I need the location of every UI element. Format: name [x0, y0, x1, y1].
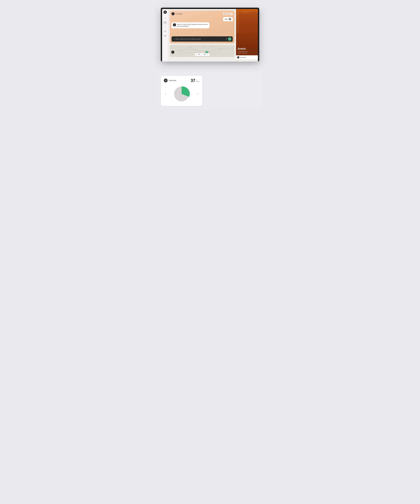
chat-header-actions: ↗: [223, 12, 233, 15]
filter-icon[interactable]: ▽: [196, 54, 197, 55]
food-filter-icon[interactable]: 🍴: [207, 54, 209, 55]
user-avatar: [229, 18, 231, 20]
monitor-frame: ⌂ ✦ ☆: [161, 8, 259, 61]
sidebar-item-users[interactable]: [163, 29, 167, 33]
sidebar-item-media[interactable]: [163, 34, 167, 38]
chat-title: AI Assisant: [175, 13, 182, 15]
travel-hours: 37 hours: [191, 78, 199, 83]
travel-unit: hours: [196, 81, 199, 82]
bot-message-text: Hi there! I'm your AI travel assistant. …: [177, 24, 208, 27]
chart-next-button[interactable]: >: [196, 92, 199, 96]
chart-prev-button[interactable]: <: [164, 92, 167, 96]
travel-card-left: Travel time: [164, 79, 176, 82]
svg-point-3: [165, 31, 166, 31]
monitor-screen: ⌂ ✦ ☆: [162, 9, 258, 61]
users-filter-icon[interactable]: [198, 54, 200, 55]
travel-chart-row: < >: [164, 85, 199, 103]
bottom-section: Travel time 37 hours <: [158, 72, 262, 109]
emoji-filter-icon[interactable]: ☺: [201, 54, 202, 55]
chat-expand-btn[interactable]: ↗: [230, 12, 233, 15]
bot-message: ✦ Hi there! I'm your AI travel assistant…: [171, 22, 210, 28]
travel-number: 37: [191, 78, 195, 83]
car-filter-icon[interactable]: [204, 54, 205, 55]
travel-label: Travel time: [169, 80, 176, 81]
user-message-text: Hello!: [225, 18, 228, 20]
sidebar-item-favorites[interactable]: ☆: [163, 25, 167, 29]
sidebar-item-ai[interactable]: ✦: [163, 21, 167, 24]
chat-timer-btn-1[interactable]: [223, 12, 226, 15]
monitor-section: ⌂ ✦ ☆: [158, 4, 262, 67]
chat-header: ✦ AI Assisant: [171, 12, 233, 15]
svg-point-1: [165, 12, 165, 12]
chat-input-text[interactable]: I want to make a trip to the Antelope Ca…: [175, 38, 225, 40]
upcoming-text: Upcoming d: [240, 57, 246, 58]
travel-card-header: Travel time 37 hours: [164, 78, 199, 83]
chat-input-row: ⊙ I want to make a trip to the Antelope …: [171, 36, 233, 42]
user-message: Hello!: [223, 17, 233, 21]
bot-avatar: ✦: [173, 24, 176, 26]
upcoming-flag-icon: ⚑: [237, 56, 239, 59]
chat-link-icon: ⊙: [173, 38, 174, 40]
svg-point-9: [198, 54, 199, 54]
travel-time-card: Travel time 37 hours <: [161, 76, 202, 106]
map-background: Cedar City St. George Kanab Page Fredoni…: [170, 45, 234, 57]
svg-point-2: [165, 31, 165, 31]
svg-point-8: [230, 19, 230, 19]
chat-panel: ✦ AI Assisant: [170, 11, 234, 43]
main-content: ✦ AI Assisant: [168, 9, 236, 61]
mic-icon[interactable]: 🎤: [225, 38, 227, 40]
map-record-button[interactable]: ●: [171, 51, 174, 54]
upcoming-bar: ⚑ Upcoming d: [236, 55, 258, 59]
travel-clock-icon: [164, 79, 168, 82]
right-panel: Antelo Is a breathtaking natu...of narro…: [236, 9, 258, 61]
chat-messages: Hello! ✦ Hi there! I'm your AI: [171, 17, 233, 35]
svg-point-5: [165, 35, 165, 36]
travel-pie-chart: [173, 85, 190, 103]
svg-rect-4: [164, 35, 166, 36]
antelope-title: Antelo: [238, 47, 256, 50]
app-logo[interactable]: [163, 11, 167, 14]
map-filter-bar: ▽ ☺: [194, 53, 210, 56]
chat-send-button[interactable]: ✓: [228, 37, 231, 41]
pie-chart-svg: [173, 85, 190, 103]
map-section: Cedar City St. George Kanab Page Fredoni…: [170, 45, 234, 57]
antelope-card: Antelo Is a breathtaking natu...of narro…: [236, 9, 258, 55]
antelope-description: Is a breathtaking natu...of narrow slot …: [238, 51, 256, 54]
chat-bot-icon: ✦: [171, 12, 175, 15]
svg-point-10: [199, 54, 199, 54]
sidebar-item-home[interactable]: ⌂: [163, 16, 167, 20]
chat-timer-btn-2[interactable]: [226, 12, 229, 15]
sidebar: ⌂ ✦ ☆: [162, 9, 168, 61]
back-chevron[interactable]: <: [236, 60, 258, 61]
